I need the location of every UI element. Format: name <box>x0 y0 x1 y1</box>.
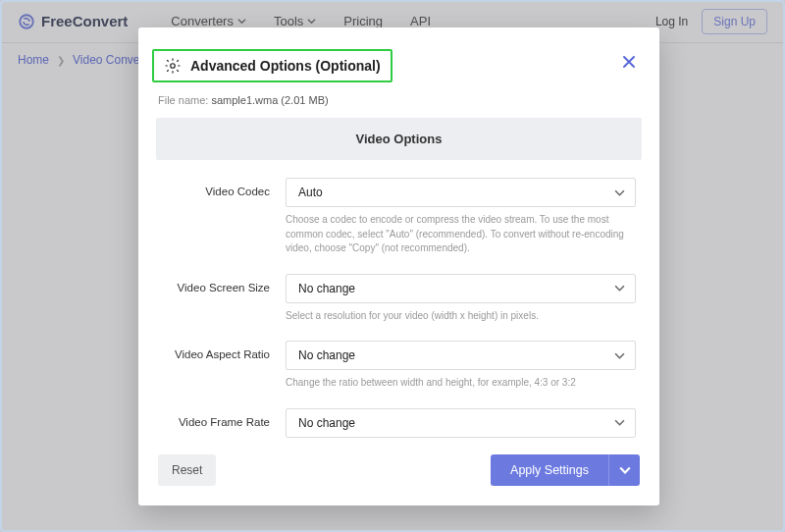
chevron-down-icon <box>614 283 625 293</box>
apply-group: Apply Settings <box>491 454 640 486</box>
option-label: Video Screen Size <box>162 274 286 293</box>
select-aspect-ratio[interactable]: No change <box>286 341 636 370</box>
modal-title-highlight: Advanced Options (Optional) <box>152 49 392 82</box>
option-row-frame-rate: Video Frame Rate No change Change FPS (f… <box>156 408 642 442</box>
option-field: Auto Choose a codec to encode or compres… <box>286 178 636 256</box>
option-label: Video Codec <box>162 178 286 197</box>
option-row-codec: Video Codec Auto Choose a codec to encod… <box>156 178 642 256</box>
chevron-down-icon <box>619 464 631 476</box>
file-name-label: File name: <box>158 94 208 106</box>
select-frame-rate[interactable]: No change <box>286 408 636 438</box>
modal-body: Video Options Video Codec Auto Choose a … <box>156 118 642 441</box>
option-row-screen-size: Video Screen Size No change Select a res… <box>156 274 642 324</box>
gear-icon <box>164 57 182 75</box>
section-title: Video Options <box>156 118 642 160</box>
select-value: No change <box>298 416 355 430</box>
option-label: Video Frame Rate <box>162 408 286 428</box>
option-field: No change Select a resolution for your v… <box>286 274 636 324</box>
option-field: No change Change FPS (frames per second)… <box>286 408 636 442</box>
option-help: Choose a codec to encode or compress the… <box>286 213 636 256</box>
select-value: No change <box>298 348 355 362</box>
chevron-down-icon <box>614 417 625 428</box>
apply-button[interactable]: Apply Settings <box>491 454 608 486</box>
file-name-row: File name: sample1.wma (2.01 MB) <box>138 90 659 118</box>
option-help: Select a resolution for your video (widt… <box>286 309 636 324</box>
select-value: Auto <box>298 186 323 199</box>
select-value: No change <box>298 282 355 295</box>
option-label: Video Aspect Ratio <box>162 341 286 360</box>
advanced-options-modal: Advanced Options (Optional) File name: s… <box>138 27 659 505</box>
option-help: Change the ratio between width and heigh… <box>286 376 636 391</box>
apply-dropdown-button[interactable] <box>608 454 640 486</box>
close-icon <box>622 55 636 69</box>
select-screen-size[interactable]: No change <box>286 274 636 303</box>
option-row-aspect-ratio: Video Aspect Ratio No change Change the … <box>156 341 642 391</box>
modal-footer: Reset Apply Settings <box>138 441 659 505</box>
chevron-down-icon <box>614 187 625 198</box>
close-button[interactable] <box>622 55 636 73</box>
select-video-codec[interactable]: Auto <box>286 178 636 207</box>
option-field: No change Change the ratio between width… <box>286 341 636 391</box>
file-name-value: sample1.wma (2.01 MB) <box>211 94 328 106</box>
reset-button[interactable]: Reset <box>158 454 216 486</box>
modal-header: Advanced Options (Optional) <box>138 27 659 90</box>
modal-title: Advanced Options (Optional) <box>190 58 381 74</box>
svg-point-1 <box>171 64 176 69</box>
chevron-down-icon <box>614 350 625 361</box>
